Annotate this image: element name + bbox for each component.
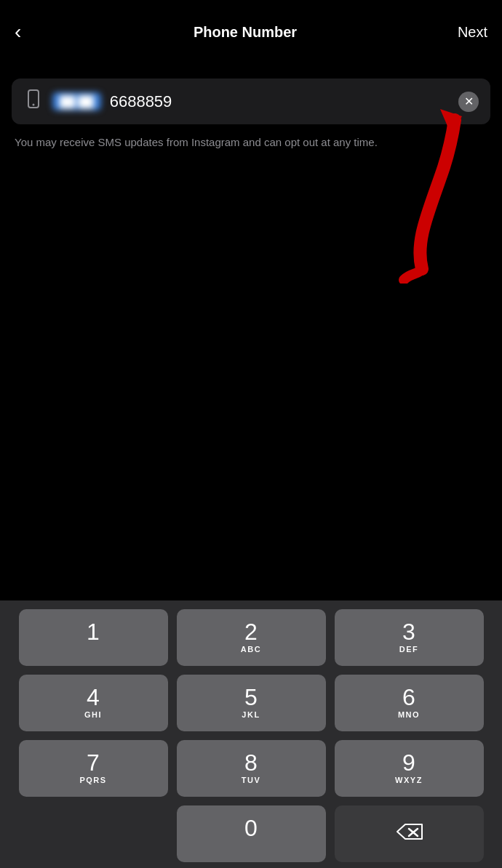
key-5[interactable]: 5 JKL	[177, 675, 326, 731]
key-9-letters: WXYZ	[395, 776, 423, 786]
key-9-number: 9	[402, 751, 415, 774]
key-6[interactable]: 6 MNO	[335, 675, 484, 731]
sms-notice: You may receive SMS updates from Instagr…	[12, 134, 490, 151]
phone-number-input[interactable]	[110, 92, 458, 111]
keyboard: 1 2 ABC 3 DEF 4 GHI 5 JKL 6 MNO 7 PQRS	[0, 600, 502, 868]
key-7-number: 7	[87, 751, 100, 774]
page-title: Phone Number	[47, 24, 444, 41]
key-5-number: 5	[244, 686, 258, 709]
key-2[interactable]: 2 ABC	[177, 609, 326, 666]
key-0-number: 0	[244, 816, 258, 840]
clear-button[interactable]: ✕	[458, 92, 479, 112]
key-8-letters: TUV	[242, 776, 261, 786]
key-9[interactable]: 9 WXYZ	[335, 740, 484, 797]
clear-icon: ✕	[464, 95, 474, 108]
phone-input-row: ██ ██ ✕	[12, 79, 490, 124]
svg-point-1	[33, 104, 35, 106]
keyboard-row-3: 7 PQRS 8 TUV 9 WXYZ	[4, 740, 498, 797]
next-button[interactable]: Next	[444, 24, 487, 41]
key-4[interactable]: 4 GHI	[19, 675, 168, 731]
keyboard-row-2: 4 GHI 5 JKL 6 MNO	[4, 675, 498, 731]
key-5-letters: JKL	[242, 710, 260, 720]
delete-icon	[394, 821, 423, 847]
key-2-number: 2	[244, 620, 258, 643]
key-6-letters: MNO	[398, 710, 420, 720]
key-7-letters: PQRS	[79, 776, 106, 786]
key-3-number: 3	[402, 620, 415, 643]
key-8-number: 8	[244, 751, 258, 774]
key-0[interactable]: 0	[177, 805, 326, 862]
key-delete[interactable]	[335, 805, 484, 862]
header: ‹ Phone Number Next	[0, 0, 502, 64]
key-1-number: 1	[87, 620, 100, 643]
country-code[interactable]: ██ ██	[52, 92, 101, 110]
keyboard-row-1: 1 2 ABC 3 DEF	[4, 609, 498, 666]
key-2-letters: ABC	[241, 645, 261, 655]
key-3-letters: DEF	[399, 645, 419, 655]
content-area: ██ ██ ✕ You may receive SMS updates from…	[0, 64, 502, 151]
key-8[interactable]: 8 TUV	[177, 740, 326, 797]
key-6-number: 6	[402, 686, 415, 709]
key-7[interactable]: 7 PQRS	[19, 740, 168, 797]
phone-icon	[23, 89, 44, 114]
key-4-letters: GHI	[84, 710, 102, 720]
back-button[interactable]: ‹	[15, 20, 47, 44]
key-4-number: 4	[87, 686, 100, 709]
keyboard-row-bottom: 0	[4, 805, 498, 862]
key-1[interactable]: 1	[19, 609, 168, 666]
key-3[interactable]: 3 DEF	[335, 609, 484, 666]
